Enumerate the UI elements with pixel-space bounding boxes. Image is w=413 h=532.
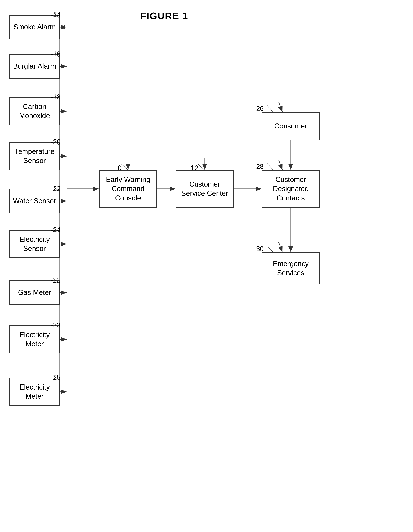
early-warning-label: Early WarningCommandConsole: [106, 175, 150, 203]
ref-28: 28: [256, 163, 264, 171]
early-warning-box: Early WarningCommandConsole: [99, 170, 157, 208]
svg-line-36: [279, 102, 282, 112]
ref-21: -21: [51, 276, 61, 284]
svg-line-52: [267, 246, 273, 252]
smoke-alarm-label: Smoke Alarm: [13, 22, 56, 32]
water-sensor-label: Water Sensor: [13, 196, 56, 206]
carbon-monoxide-box: CarbonMonoxide: [9, 97, 60, 125]
burglar-alarm-label: Burglar Alarm: [13, 62, 56, 71]
customer-service-box: CustomerService Center: [176, 170, 234, 208]
electricity-sensor-label: ElectricitySensor: [19, 235, 50, 253]
ref-23: -23: [51, 321, 61, 329]
ref-26: 26: [256, 105, 264, 113]
svg-line-3: [60, 27, 99, 189]
electricity-meter-2-label: ElectricityMeter: [19, 383, 50, 401]
ref-12: 12: [191, 164, 198, 172]
emergency-services-box: EmergencyServices: [262, 252, 320, 284]
customer-service-label: CustomerService Center: [181, 180, 228, 198]
carbon-monoxide-label: CarbonMonoxide: [19, 102, 50, 121]
consumer-label: Consumer: [274, 122, 307, 131]
electricity-meter-2-box: ElectricityMeter: [9, 378, 60, 406]
ref-25: -25: [51, 374, 61, 381]
figure-title: FIGURE 1: [140, 10, 188, 21]
ref-22: -22: [51, 185, 61, 193]
emergency-services-label: EmergencyServices: [273, 259, 309, 278]
ref-16: -16: [51, 50, 61, 58]
svg-line-48: [122, 164, 128, 170]
ref-30: 30: [256, 245, 264, 253]
customer-designated-box: CustomerDesignatedContacts: [262, 170, 320, 208]
ref-10: 10: [114, 164, 122, 172]
ref-20: -20: [51, 138, 61, 146]
svg-line-38: [279, 242, 282, 252]
temperature-sensor-box: TemperatureSensor: [9, 142, 60, 170]
electricity-sensor-box: ElectricitySensor: [9, 230, 60, 258]
svg-line-49: [198, 164, 205, 170]
customer-designated-label: CustomerDesignatedContacts: [273, 175, 309, 203]
svg-line-37: [279, 160, 282, 170]
electricity-meter-1-box: ElectricityMeter: [9, 325, 60, 353]
ref-24: -24: [51, 226, 61, 234]
svg-line-51: [267, 164, 273, 170]
ref-18: -18: [51, 93, 61, 101]
gas-meter-label: Gas Meter: [18, 288, 51, 297]
ref-14: -14: [51, 11, 61, 19]
electricity-meter-1-label: ElectricityMeter: [19, 330, 50, 349]
svg-line-50: [267, 106, 273, 112]
consumer-box: Consumer: [262, 112, 320, 140]
temperature-sensor-label: TemperatureSensor: [15, 147, 54, 165]
